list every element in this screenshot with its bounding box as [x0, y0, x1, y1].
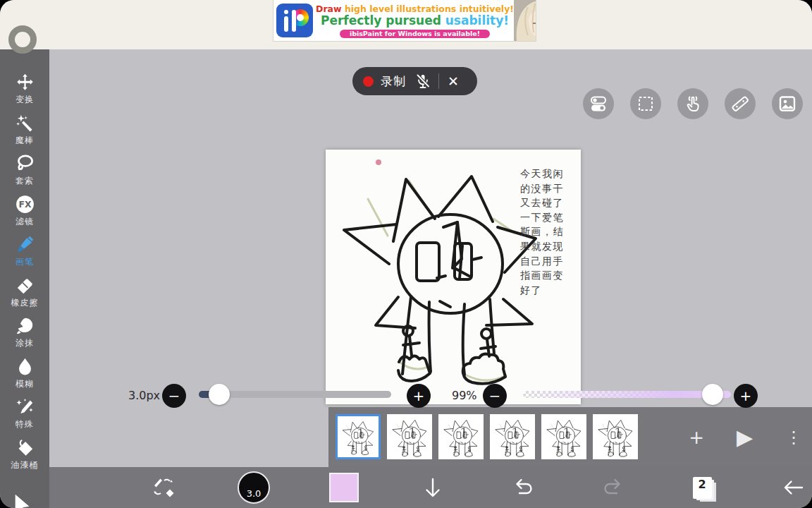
touch-gesture-button[interactable]	[677, 88, 708, 119]
reference-window-button[interactable]	[772, 88, 803, 119]
sidebar-tool-smudge[interactable]: 涂抹	[0, 313, 49, 353]
marquee-icon	[636, 94, 656, 114]
frame-thumbnail-5[interactable]	[541, 414, 586, 459]
plus-icon: +	[413, 387, 425, 404]
opacity-slider-thumb[interactable]	[702, 384, 723, 405]
sidebar-tool-special[interactable]: 特殊	[0, 394, 49, 435]
back-arrow-icon	[781, 475, 806, 500]
magic-wand-icon	[16, 114, 35, 133]
ibispaint-app: Draw high level illustrations intuitivel…	[0, 0, 812, 508]
tool-label: 画笔	[16, 256, 34, 268]
brush-cursor-dot	[376, 159, 381, 165]
quick-actions-bar	[583, 88, 803, 119]
lasso-icon	[16, 154, 35, 173]
opacity-slider-track[interactable]	[523, 391, 731, 398]
quick-toggles-button[interactable]	[583, 88, 614, 119]
special-pen-icon	[16, 397, 35, 416]
recording-indicator-icon	[363, 76, 374, 87]
floating-assist-button[interactable]	[8, 25, 37, 54]
ruler-button[interactable]	[725, 88, 756, 119]
minus-icon: −	[489, 387, 501, 404]
plus-icon: +	[740, 387, 752, 404]
microphone-muted-icon[interactable]	[414, 73, 431, 90]
selection-button[interactable]	[630, 88, 661, 119]
tool-label: 变换	[16, 94, 34, 106]
frame-thumbnails	[336, 414, 638, 459]
recording-banner: 录制 ✕	[352, 67, 477, 95]
ad-subheadline-end: usability!	[445, 13, 509, 28]
paint-bucket-icon	[16, 438, 35, 457]
layers-button[interactable]: 2	[682, 467, 722, 508]
tool-label: 模糊	[16, 378, 34, 390]
tool-label: 橡皮擦	[11, 297, 39, 309]
play-animation-button[interactable]: ▶	[732, 426, 757, 449]
hand-icon	[683, 94, 703, 114]
ad-banner[interactable]: Draw high level illustrations intuitivel…	[273, 0, 536, 41]
toggles-icon	[589, 94, 608, 114]
blur-icon	[16, 357, 35, 376]
sidebar-tool-lasso[interactable]: 套索	[0, 150, 49, 191]
ad-headline-emphasis: Draw	[316, 4, 342, 14]
story-line: 又去碰了	[520, 195, 570, 210]
sidebar-tool-magic-wand[interactable]: 魔棒	[0, 110, 49, 151]
undo-icon	[510, 475, 536, 500]
brush-eraser-toggle-button[interactable]	[141, 467, 187, 508]
back-button[interactable]	[774, 467, 812, 508]
sidebar-tool-paint-bucket[interactable]: 油漆桶	[0, 435, 49, 476]
tool-label: 涂抹	[16, 337, 34, 349]
tool-sidebar: 变换 魔棒 套索 FX 滤镜 画笔	[0, 49, 49, 508]
story-line: 今天我闲	[520, 167, 570, 181]
down-arrow-icon	[420, 475, 445, 500]
tool-label: 特殊	[16, 418, 34, 430]
brush-icon	[16, 235, 35, 254]
brush-eraser-switch-icon	[152, 475, 177, 500]
frame-thumbnail-1[interactable]	[336, 414, 381, 459]
frame-thumbnail-6[interactable]	[593, 414, 638, 459]
brush-size-slider-thumb[interactable]	[209, 384, 230, 405]
story-line: 斯画，结	[520, 224, 570, 239]
current-color	[329, 473, 359, 502]
ibispaint-logo	[276, 4, 313, 37]
brush-size-increase-button[interactable]: +	[407, 384, 431, 408]
sidebar-tool-filter[interactable]: FX 滤镜	[0, 191, 49, 232]
move-icon	[16, 73, 35, 92]
brush-size-badge-value: 3.0	[247, 488, 262, 499]
redo-button[interactable]	[593, 467, 633, 508]
drawing-canvas[interactable]: 今天我闲 的没事干 又去碰了 一下爱笔 斯画，结 果就发现 自己用手 指画画变 …	[326, 150, 581, 404]
sidebar-tool-brush[interactable]: 画笔	[0, 231, 49, 272]
recording-label: 录制	[381, 73, 406, 90]
story-line: 的没事干	[520, 181, 570, 196]
more-options-button[interactable]: ⋮	[781, 428, 806, 447]
bottom-toolbar: 3.0 2	[49, 467, 812, 508]
undo-button[interactable]	[503, 467, 543, 508]
tool-label: 套索	[16, 175, 34, 187]
animation-filmstrip: + ▶ ⋮	[328, 407, 812, 467]
brush-size-slider-track[interactable]	[199, 391, 391, 398]
add-frame-button[interactable]: +	[684, 428, 708, 447]
tool-label: 油漆桶	[11, 459, 39, 471]
sidebar-tool-blur[interactable]: 模糊	[0, 353, 49, 394]
svg-text:FX: FX	[18, 200, 31, 210]
opacity-decrease-button[interactable]: −	[483, 384, 507, 408]
close-icon[interactable]: ✕	[446, 75, 460, 88]
story-line: 自己用手	[520, 254, 570, 269]
color-swatch-button[interactable]	[328, 467, 360, 508]
brush-size-decrease-button[interactable]: −	[162, 384, 186, 408]
ad-subheadline-start: Perfectly pursued	[321, 13, 441, 28]
ad-pill: ibisPaint for Windows is available!	[340, 30, 490, 38]
ad-text: Draw high level illustrations intuitivel…	[316, 3, 514, 39]
tool-label: 滤镜	[16, 216, 34, 228]
brush-size-badge[interactable]: 3.0	[234, 467, 273, 508]
collapse-toolbar-button[interactable]	[413, 467, 453, 508]
fx-icon: FX	[16, 195, 35, 214]
sidebar-tool-eraser[interactable]: 橡皮擦	[0, 272, 49, 313]
frame-thumbnail-2[interactable]	[387, 414, 432, 459]
opacity-increase-button[interactable]: +	[734, 384, 758, 408]
frame-thumbnail-3[interactable]	[438, 414, 484, 459]
layer-count: 2	[698, 477, 706, 492]
eraser-icon	[16, 276, 35, 295]
story-line: 一下爱笔	[520, 210, 570, 225]
filmstrip-actions: + ▶ ⋮	[684, 407, 806, 467]
frame-thumbnail-4[interactable]	[490, 414, 535, 459]
sidebar-tool-transform[interactable]: 变换	[0, 69, 49, 110]
